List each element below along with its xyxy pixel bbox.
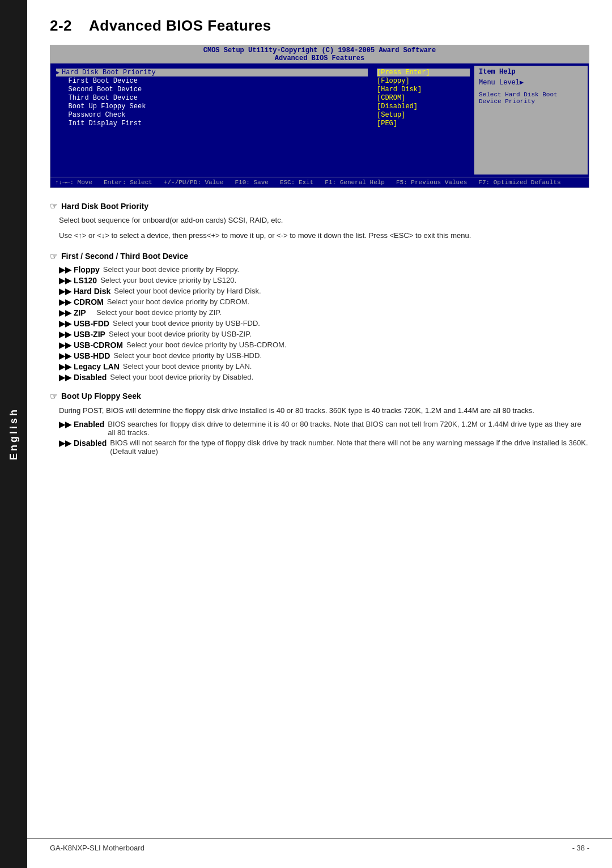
list-item-desc: Select your boot device priority by LS12… [100, 276, 589, 284]
bios-item-value: [Hard Disk] [377, 86, 470, 93]
list-item: ▶▶ DisabledSelect your boot device prior… [59, 373, 589, 382]
sidebar-label: English [8, 407, 20, 460]
bios-item-value: [PEG] [377, 120, 470, 127]
bios-item: First Boot Device [56, 77, 368, 85]
body-paragraph: During POST, BIOS will determine the flo… [59, 405, 589, 417]
list-item-arrow: ▶▶ USB-FDD [59, 319, 109, 328]
list-item-desc: Select your boot device priority by USB-… [109, 330, 589, 338]
main-content: 2-2 Advanced BIOS Features CMOS Setup Ut… [27, 0, 612, 475]
bios-footer-item: F7: Optimized Defaults [478, 179, 560, 186]
list-item: ▶▶ FloppySelect your boot device priorit… [59, 265, 589, 274]
body-paragraph: Use <↑> or <↓> to select a device, then … [59, 230, 589, 242]
bios-help-title: Item Help [479, 68, 583, 76]
list-item: ▶▶ USB-FDDSelect your boot device priori… [59, 319, 589, 328]
bios-help-description: Select Hard Disk Boot Device Priority [479, 91, 583, 105]
list-item-arrow: ▶▶ Hard Disk [59, 287, 110, 296]
list-item: ▶▶ CDROMSelect your boot device priority… [59, 297, 589, 307]
list-item: ▶▶ ZIPSelect your boot device priority b… [59, 308, 589, 317]
bios-footer-item: F1: General Help [325, 179, 385, 186]
bios-header-line1: CMOS Setup Utility-Copyright (C) 1984-20… [50, 46, 589, 54]
bios-footer-item: ↑↓→←: Move [55, 179, 92, 186]
bios-item: Second Boot Device [56, 86, 368, 93]
section-heading: Advanced BIOS Features [89, 17, 271, 34]
options-list: ▶▶ EnabledBIOS searches for floppy disk … [59, 420, 589, 456]
list-item-arrow: ▶▶ Disabled [59, 439, 107, 448]
bios-item-value: [Setup] [377, 111, 470, 119]
list-item-desc: Select your boot device priority by USB-… [113, 351, 589, 360]
list-item: ▶▶ USB-ZIPSelect your boot device priori… [59, 330, 589, 339]
bios-item-value: [CDROM] [377, 94, 470, 102]
list-item-desc: Select your boot device priority by Hard… [114, 287, 589, 295]
bios-footer-item: F5: Previous Values [396, 179, 467, 186]
list-item-arrow: ▶▶ USB-ZIP [59, 330, 105, 339]
list-item-desc: Select your boot device priority by CDRO… [107, 297, 589, 306]
bios-item: ▶Hard Disk Boot Priority [56, 69, 368, 76]
list-item-desc: BIOS will not search for the type of flo… [110, 439, 589, 456]
bios-header-line2: Advanced BIOS Features [50, 54, 589, 62]
section-header-hard-disk-boot-priority: Hard Disk Boot Priority [50, 201, 589, 211]
bios-item-value: [Floppy] [377, 77, 470, 85]
bios-item: Boot Up Floppy Seek [56, 103, 368, 110]
body-paragraph: Select boot sequence for onboard(or add-… [59, 215, 589, 227]
list-item: ▶▶ USB-CDROMSelect your boot device prio… [59, 341, 589, 350]
section-number: 2-2 [50, 17, 72, 34]
page-footer: GA-K8NXP-SLI Motherboard - 38 - [27, 839, 612, 857]
list-item: ▶▶ LS120Select your boot device priority… [59, 276, 589, 285]
list-item-arrow: ▶▶ CDROM [59, 297, 104, 307]
bios-header: CMOS Setup Utility-Copyright (C) 1984-20… [50, 45, 589, 63]
bios-footer-item: Enter: Select [104, 179, 152, 186]
list-item-desc: Select your boot device priority by Disa… [110, 373, 589, 381]
list-item-arrow: ▶▶ Disabled [59, 373, 107, 382]
list-item-arrow: ▶▶ USB-CDROM [59, 341, 123, 350]
bios-screen: CMOS Setup Utility-Copyright (C) 1984-20… [50, 45, 589, 188]
list-item-desc: Select your boot device priority by Flop… [103, 265, 589, 274]
section-header-first-second-third-boot-device: First / Second / Third Boot Device [50, 251, 589, 262]
list-item-arrow: ▶▶ LS120 [59, 276, 97, 285]
list-item-desc: Select your boot device priority by ZIP. [96, 308, 589, 317]
bios-left-panel: ▶Hard Disk Boot Priority First Boot Devi… [52, 66, 372, 175]
bios-right-panel: Item Help Menu Level▶ Select Hard Disk B… [474, 66, 588, 175]
list-item-arrow: ▶▶ USB-HDD [59, 351, 110, 360]
section-header-boot-up-floppy-seek: Boot Up Floppy Seek [50, 391, 589, 402]
list-item-desc: Select your boot device priority by LAN. [123, 362, 589, 371]
sidebar: English [0, 0, 27, 868]
list-item: ▶▶ Legacy LANSelect your boot device pri… [59, 362, 589, 371]
bios-footer: ↑↓→←: MoveEnter: Select+/-/PU/PD: ValueF… [50, 177, 589, 188]
list-item: ▶▶ Hard DiskSelect your boot device prio… [59, 287, 589, 296]
bios-item: Third Boot Device [56, 94, 368, 102]
bios-body: ▶Hard Disk Boot Priority First Boot Devi… [50, 63, 589, 177]
list-item-desc: Select your boot device priority by USB-… [126, 341, 589, 349]
footer-right: - 38 - [572, 844, 589, 852]
bios-footer-item: +/-/PU/PD: Value [164, 179, 224, 186]
section-title: 2-2 Advanced BIOS Features [50, 17, 589, 35]
list-item: ▶▶ EnabledBIOS searches for floppy disk … [59, 420, 589, 437]
list-item-desc: BIOS searches for floppy disk drive to d… [108, 420, 589, 437]
boot-options-list: ▶▶ FloppySelect your boot device priorit… [59, 265, 589, 382]
footer-left: GA-K8NXP-SLI Motherboard [50, 844, 144, 852]
bios-middle-panel: [Press Enter][Floppy][Hard Disk][CDROM][… [372, 66, 474, 175]
list-item-arrow: ▶▶ Legacy LAN [59, 362, 120, 371]
list-item-arrow: ▶▶ ZIP [59, 308, 93, 317]
bios-item-value: [Disabled] [377, 103, 470, 110]
list-item-arrow: ▶▶ Enabled [59, 420, 104, 429]
bios-item-value: [Press Enter] [377, 69, 470, 76]
list-item: ▶▶ DisabledBIOS will not search for the … [59, 439, 589, 456]
list-item-desc: Select your boot device priority by USB-… [113, 319, 589, 327]
bios-footer-item: ESC: Exit [280, 179, 313, 186]
bios-item: Password Check [56, 111, 368, 119]
bios-item-arrow: ▶ [56, 69, 60, 76]
bios-item: Init Display First [56, 120, 368, 127]
list-item-arrow: ▶▶ Floppy [59, 265, 100, 274]
sections-container: Hard Disk Boot PrioritySelect boot seque… [50, 201, 589, 456]
list-item: ▶▶ USB-HDDSelect your boot device priori… [59, 351, 589, 360]
bios-menu-level: Menu Level▶ [479, 78, 583, 87]
bios-footer-item: F10: Save [235, 179, 268, 186]
